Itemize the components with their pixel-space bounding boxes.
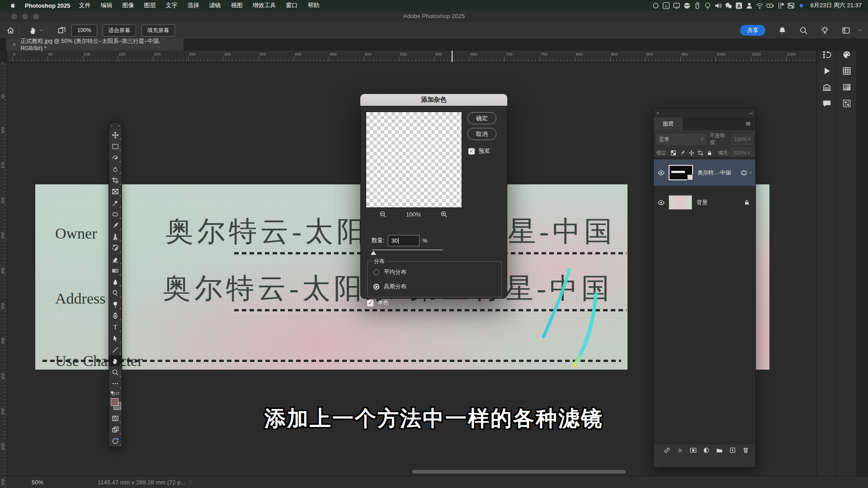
gradients-panel-icon[interactable]: [842, 83, 851, 92]
link-layers-icon[interactable]: [664, 447, 670, 454]
zoom-100-button[interactable]: 100%: [71, 24, 97, 37]
status-info-chevron[interactable]: 〉: [189, 479, 194, 486]
fill-value[interactable]: 100%ᐯ: [731, 148, 752, 158]
vertical-ruler[interactable]: 050100150200250300350400450500550600: [0, 51, 7, 488]
screen-mode-button[interactable]: [109, 424, 122, 435]
canvas-image[interactable]: 奥尔特云-太阳系-第三行星-中国 奥尔特云-太阳系-第三行星-中国 Owner …: [35, 184, 627, 370]
fit-screen-button[interactable]: 适合屏幕: [103, 24, 136, 37]
search-icon[interactable]: [799, 26, 808, 35]
blur-tool[interactable]: [109, 276, 122, 287]
type-tool[interactable]: T: [109, 321, 122, 333]
cancel-button[interactable]: 取消: [467, 128, 496, 140]
quick-mask-button[interactable]: [109, 413, 122, 424]
frame-tool[interactable]: [109, 186, 122, 197]
lock-artboard-icon[interactable]: [698, 150, 703, 156]
close-tab-icon[interactable]: ×: [13, 41, 16, 48]
wechat-icon[interactable]: [725, 2, 732, 9]
patterns-panel-icon[interactable]: [842, 99, 851, 108]
hand-tool-icon[interactable]: [29, 26, 38, 35]
layer-thumbnail[interactable]: [669, 195, 692, 210]
horizontal-ruler[interactable]: 0501001502002503003504004505005506006507…: [6, 51, 868, 62]
foreground-color-swatch[interactable]: [111, 398, 118, 406]
选择[interactable]: 选择: [182, 1, 204, 9]
workspace-switcher-icon[interactable]: [842, 26, 850, 35]
layer-thumbnail[interactable]: [669, 165, 693, 180]
share-button[interactable]: 共享: [740, 25, 765, 36]
status-zoom-level[interactable]: 50%: [32, 479, 43, 486]
volume-icon[interactable]: [714, 2, 722, 9]
canvas-image-strip[interactable]: [756, 184, 769, 370]
文字[interactable]: 文字: [160, 1, 182, 9]
delete-layer-icon[interactable]: [742, 447, 749, 454]
notifications-bell-icon[interactable]: [778, 26, 787, 35]
窗口[interactable]: 窗口: [281, 1, 302, 9]
图像[interactable]: 图像: [117, 1, 139, 9]
collapse-effects-chevron[interactable]: ᐯ: [750, 171, 752, 175]
apple-menu-icon[interactable]: [9, 2, 16, 9]
notification-dot-icon[interactable]: [797, 2, 805, 9]
app-menu-name[interactable]: Photoshop 2025: [25, 2, 70, 9]
opacity-value[interactable]: 100%ᐯ: [731, 134, 753, 145]
layer-visibility-eye-icon[interactable]: [657, 199, 665, 206]
chevron-down-icon[interactable]: [858, 28, 863, 33]
layer-row-background[interactable]: 背景: [654, 189, 755, 216]
close-tools-icon[interactable]: ×: [111, 124, 113, 128]
noise-preview[interactable]: [366, 112, 462, 208]
zoom-tool[interactable]: [109, 366, 122, 378]
collapse-tools-icon[interactable]: »: [118, 124, 120, 128]
dialog-title[interactable]: 添加杂色: [360, 94, 507, 106]
window-tile-icon[interactable]: [777, 2, 784, 9]
帮助[interactable]: 帮助: [302, 1, 324, 9]
滤镜[interactable]: 滤镜: [204, 1, 226, 9]
clone-stamp-tool[interactable]: [109, 231, 122, 242]
layer-mask-icon[interactable]: [690, 447, 697, 454]
gradient-tool[interactable]: [109, 265, 122, 276]
color-panel-icon[interactable]: [842, 50, 851, 59]
handoff-search-icon[interactable]: [704, 2, 712, 9]
eraser-tool[interactable]: [109, 253, 122, 265]
fill-screen-button[interactable]: 填充屏幕: [142, 24, 175, 37]
line-tool[interactable]: [109, 344, 122, 355]
blend-mode-select[interactable]: 正常ᐯ: [656, 134, 706, 145]
layer-effects-icon[interactable]: fx: [677, 447, 684, 454]
ok-button[interactable]: 确定: [467, 112, 496, 124]
default-colors-icon[interactable]: [111, 391, 115, 396]
layer-visibility-eye-icon[interactable]: [657, 169, 665, 177]
layer-group-icon[interactable]: [716, 447, 723, 454]
edit-toolbar-button[interactable]: [109, 435, 122, 446]
增效工具[interactable]: 增效工具: [247, 1, 281, 9]
user-icon[interactable]: [745, 2, 753, 9]
history-brush-tool[interactable]: [109, 242, 122, 253]
crop-tool[interactable]: [109, 174, 122, 186]
path-select-tool[interactable]: [109, 333, 122, 344]
swap-colors-icon[interactable]: [115, 391, 120, 396]
panel-menu-icon[interactable]: [745, 121, 752, 127]
comments-panel-icon[interactable]: [822, 99, 831, 108]
chevron-down-icon[interactable]: [39, 28, 43, 33]
smart-filter-icon[interactable]: [740, 169, 748, 177]
uniform-radio-row[interactable]: 平均分布: [373, 268, 406, 276]
collapse-panel-icon[interactable]: ‹‹: [750, 111, 753, 116]
input-abc-icon[interactable]: A: [735, 2, 743, 9]
history-panel-icon[interactable]: [822, 50, 831, 59]
document-tab[interactable]: × 正式教程.jpg @ 50% (奥尔特云–太阳系–第三行星–中国, RGB/…: [6, 38, 184, 51]
monochromatic-checkbox[interactable]: [367, 300, 373, 306]
amount-slider-track[interactable]: [373, 249, 443, 250]
文件[interactable]: 文件: [74, 1, 95, 9]
gaussian-radio-row[interactable]: 高斯分布: [373, 283, 406, 291]
图层[interactable]: 图层: [139, 1, 160, 9]
eyedropper-tool[interactable]: [109, 197, 122, 208]
brush-tool[interactable]: [109, 220, 122, 231]
layer-name[interactable]: 背景: [697, 199, 708, 206]
tab-layers[interactable]: 图层: [654, 117, 683, 130]
amount-slider-thumb[interactable]: [371, 251, 376, 255]
amount-input[interactable]: 30: [388, 235, 420, 246]
new-layer-icon[interactable]: [729, 447, 736, 454]
close-panel-icon[interactable]: ×: [656, 111, 659, 116]
rectangular-marquee-tool[interactable]: [109, 141, 122, 152]
layer-name[interactable]: 奥尔特...-中国: [698, 169, 731, 177]
dodge-tool[interactable]: [109, 299, 122, 310]
quick-selection-tool[interactable]: [109, 163, 122, 174]
swatches-panel-icon[interactable]: [842, 66, 851, 75]
preview-checkbox[interactable]: [468, 148, 475, 155]
